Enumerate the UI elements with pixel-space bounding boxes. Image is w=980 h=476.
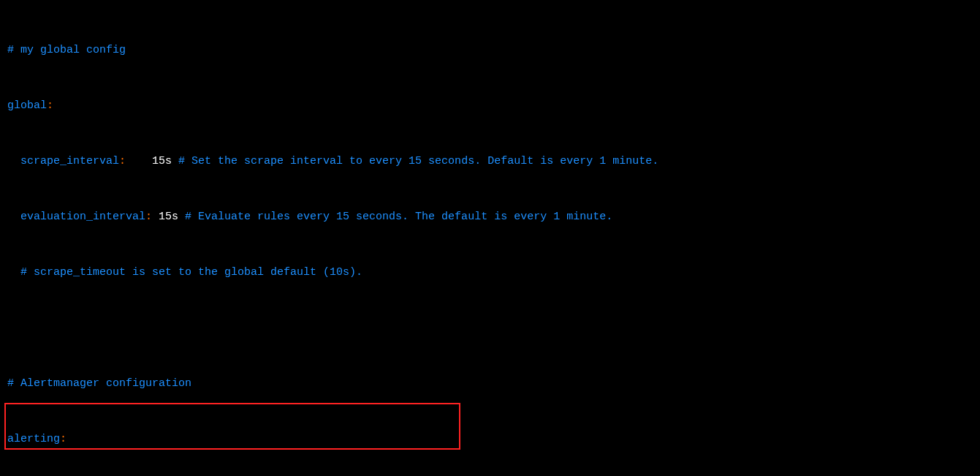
code-line: evaluation_interval: 15s # Evaluate rule… (7, 210, 980, 224)
blank-line (7, 321, 980, 335)
colon: : (145, 211, 152, 223)
colon: : (119, 155, 126, 167)
code-line: scrape_interval: 15s # Set the scrape in… (7, 154, 980, 168)
terminal-editor[interactable]: # my global config global: scrape_interv… (0, 0, 980, 476)
comment: # Alertmanager configuration (7, 377, 191, 390)
yaml-key: global (7, 99, 47, 112)
yaml-value: 15s (152, 211, 185, 223)
comment: # scrape_timeout is set to the global de… (7, 266, 362, 279)
comment: # Set the scrape interval to every 15 se… (178, 155, 658, 167)
code-line: # scrape_timeout is set to the global de… (7, 265, 980, 279)
code-line: alerting: (7, 432, 980, 446)
yaml-value: 15s (126, 155, 178, 167)
yaml-key: alerting (7, 433, 60, 445)
colon: : (60, 433, 67, 445)
code-line: # my global config (7, 43, 980, 57)
comment: # Evaluate rules every 15 seconds. The d… (185, 211, 612, 223)
code-line: # Alertmanager configuration (7, 377, 980, 390)
comment: # my global config (7, 44, 126, 56)
colon: : (47, 99, 53, 112)
yaml-key: evaluation_interval (7, 211, 145, 223)
code-line: global: (7, 99, 980, 113)
yaml-key: scrape_interval (7, 155, 119, 167)
